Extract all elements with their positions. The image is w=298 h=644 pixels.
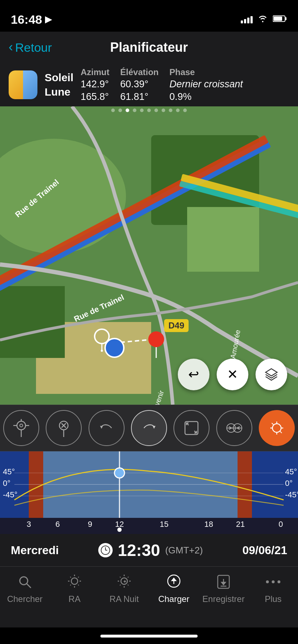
tab-ra-label: RA (68, 594, 80, 604)
svg-text:9: 9 (88, 520, 92, 529)
svg-text:45°: 45° (285, 467, 297, 476)
svg-point-81 (71, 578, 78, 584)
tab-enregistrer-label: Enregistrer (202, 594, 244, 604)
svg-text:0: 0 (279, 520, 283, 529)
dot-3[interactable] (133, 109, 136, 112)
svg-line-98 (120, 585, 121, 585)
sun-azimut: 142.9° (81, 79, 109, 90)
svg-marker-102 (171, 578, 177, 581)
search-icon (18, 572, 32, 591)
svg-marker-105 (221, 582, 226, 585)
back-button[interactable]: ‹ Retour (9, 40, 52, 55)
remove-pin-button[interactable] (46, 410, 82, 446)
recenter-button[interactable]: ↩ (178, 359, 209, 390)
signal-bars (241, 15, 253, 23)
tab-plus[interactable]: Plus (250, 572, 297, 604)
svg-text:-45°: -45° (3, 490, 18, 499)
phase-header: Phase (170, 67, 243, 77)
tab-chercher-label: Chercher (7, 594, 43, 604)
redo-button[interactable] (131, 410, 167, 446)
day-label: Mercredi (11, 544, 59, 557)
tab-plus-label: Plus (265, 594, 282, 604)
plus-icon (265, 572, 281, 591)
swap-button[interactable] (216, 410, 252, 446)
phase-name: Dernier croissant (170, 79, 243, 90)
tab-bar: Chercher RA (0, 566, 298, 627)
dot-6[interactable] (154, 109, 158, 112)
signal-bar-1 (241, 20, 243, 23)
orange-tool-button[interactable] (259, 410, 295, 446)
tab-charger[interactable]: Charger (150, 572, 197, 604)
tab-ra-nuit[interactable]: ✦ RA Nuit (101, 572, 148, 604)
svg-point-18 (148, 331, 164, 347)
svg-line-89 (70, 585, 71, 585)
svg-point-108 (272, 580, 275, 583)
undo-button[interactable] (89, 410, 125, 446)
chevron-left-icon: ‹ (9, 40, 13, 55)
target-pin-button[interactable] (3, 410, 39, 446)
svg-text:✦: ✦ (123, 579, 127, 584)
dot-4[interactable] (140, 109, 144, 112)
svg-text:18: 18 (204, 520, 213, 529)
time-bar: Mercredi 12:30 (GMT+2) 09/06/21 (0, 534, 298, 566)
nav-bar: ‹ Retour Planificateur (0, 32, 298, 63)
layers-button[interactable] (256, 359, 287, 390)
moon-azimut: 165.8° (81, 91, 109, 102)
dot-8[interactable] (169, 109, 172, 112)
dot-7[interactable] (162, 109, 165, 112)
svg-point-29 (20, 424, 23, 427)
ra-nuit-icon: ✦ (116, 572, 132, 591)
toolbar (0, 405, 298, 451)
dot-10[interactable] (183, 109, 187, 112)
svg-text:3: 3 (27, 520, 31, 529)
tab-chercher[interactable]: Chercher (1, 572, 48, 604)
svg-text:0°: 0° (3, 479, 10, 488)
svg-text:21: 21 (236, 520, 245, 529)
close-button[interactable]: ✕ (217, 359, 248, 390)
svg-marker-39 (153, 426, 155, 429)
tab-ra[interactable]: RA (51, 572, 98, 604)
carousel-dots (0, 109, 298, 112)
data-columns: Azimut 142.9° 165.8° Élévation 60.39° 61… (81, 67, 289, 102)
moon-elevation: 61.81° (120, 91, 159, 102)
expand-button[interactable] (173, 410, 209, 446)
tab-ra-nuit-label: RA Nuit (109, 594, 139, 604)
svg-point-66 (114, 468, 125, 478)
svg-text:6: 6 (55, 520, 60, 529)
svg-rect-2 (274, 17, 282, 21)
svg-line-49 (272, 423, 274, 425)
tab-enregistrer[interactable]: Enregistrer (200, 572, 247, 604)
svg-text:12: 12 (115, 520, 124, 529)
svg-line-97 (128, 577, 128, 578)
svg-point-107 (266, 580, 269, 583)
svg-line-80 (27, 584, 31, 588)
dot-5[interactable] (147, 109, 151, 112)
svg-text:15: 15 (160, 520, 168, 529)
svg-point-75 (117, 528, 122, 532)
dot-1[interactable] (118, 109, 122, 112)
charger-icon (167, 572, 181, 591)
sun-elevation: 60.39° (120, 79, 159, 90)
time-icon (98, 543, 113, 557)
timeline-chart[interactable]: 45° 0° -45° 45° 0° -45° 3 6 9 12 15 18 2… (0, 451, 298, 534)
svg-rect-1 (285, 17, 286, 20)
status-icons (241, 14, 287, 25)
dot-0[interactable] (111, 109, 115, 112)
date-label: 09/06/21 (242, 544, 287, 557)
map-container[interactable]: Rue de Trainel Rue de Trainel D49 D403 R… (0, 106, 298, 405)
svg-rect-7 (0, 286, 65, 358)
svg-point-109 (277, 580, 280, 583)
info-bar: Soleil Lune Azimut 142.9° 165.8° Élévati… (0, 63, 298, 106)
map-overlay-buttons: ↩ ✕ (178, 359, 287, 390)
enregistrer-icon (216, 572, 231, 591)
moon-half (23, 70, 37, 99)
time-value: 12:30 (118, 540, 160, 560)
signal-bar-4 (250, 16, 253, 23)
map-background: Rue de Trainel Rue de Trainel D49 D403 R… (0, 106, 298, 405)
svg-text:-45°: -45° (285, 490, 298, 499)
battery-icon (273, 15, 287, 24)
azimut-header: Azimut (81, 67, 109, 77)
dot-9[interactable] (176, 109, 180, 112)
dot-2[interactable] (126, 109, 129, 112)
location-arrow-icon: ▶ (45, 14, 51, 24)
